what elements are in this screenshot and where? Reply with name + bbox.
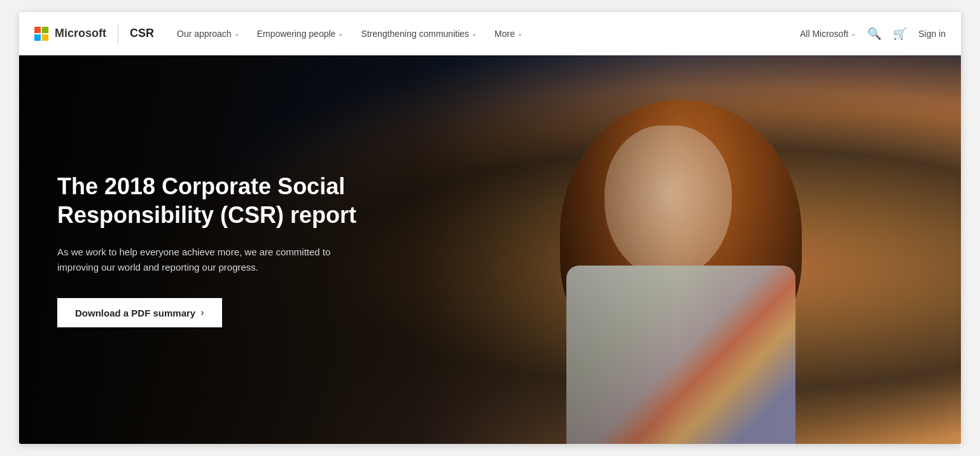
search-icon[interactable]: 🔍 [867, 27, 881, 41]
chevron-down-icon: ⌄ [851, 30, 856, 37]
nav-item-empowering-people[interactable]: Empowering people ⌄ [249, 24, 351, 44]
cart-icon[interactable]: 🛒 [893, 27, 907, 41]
arrow-icon: › [200, 307, 204, 318]
logo-yellow-square [42, 34, 48, 41]
nav-item-more[interactable]: More ⌄ [487, 24, 530, 44]
all-microsoft-dropdown[interactable]: All Microsoft ⌄ [800, 29, 856, 39]
header-right: All Microsoft ⌄ 🔍 🛒 Sign in [800, 27, 946, 41]
chevron-down-icon: ⌄ [338, 30, 343, 37]
chevron-down-icon: ⌄ [472, 30, 477, 37]
logo-red-square [34, 27, 41, 33]
download-pdf-button[interactable]: Download a PDF summary › [57, 298, 222, 327]
logo-blue-square [34, 34, 41, 41]
sign-in-button[interactable]: Sign in [918, 29, 946, 39]
hero-title: The 2018 Corporate Social Responsibility… [57, 172, 388, 229]
header: Microsoft CSR Our approach ⌄ Empowering … [19, 12, 961, 55]
hero-section: The 2018 Corporate Social Responsibility… [19, 55, 961, 444]
header-divider [118, 24, 118, 44]
logo-green-square [42, 27, 48, 33]
chevron-down-icon: ⌄ [234, 30, 239, 37]
csr-label: CSR [130, 27, 154, 40]
chevron-down-icon: ⌄ [517, 30, 522, 37]
main-nav: Our approach ⌄ Empowering people ⌄ Stren… [169, 24, 800, 44]
logo-area: Microsoft [34, 27, 106, 41]
nav-item-our-approach[interactable]: Our approach ⌄ [169, 24, 247, 44]
hero-subtitle: As we work to help everyone achieve more… [57, 245, 337, 275]
nav-item-strengthening-communities[interactable]: Strengthening communities ⌄ [353, 24, 484, 44]
microsoft-wordmark: Microsoft [55, 27, 106, 40]
page-wrapper: Microsoft CSR Our approach ⌄ Empowering … [19, 12, 961, 444]
hero-content: The 2018 Corporate Social Responsibility… [57, 172, 388, 327]
microsoft-logo-icon [34, 27, 48, 41]
